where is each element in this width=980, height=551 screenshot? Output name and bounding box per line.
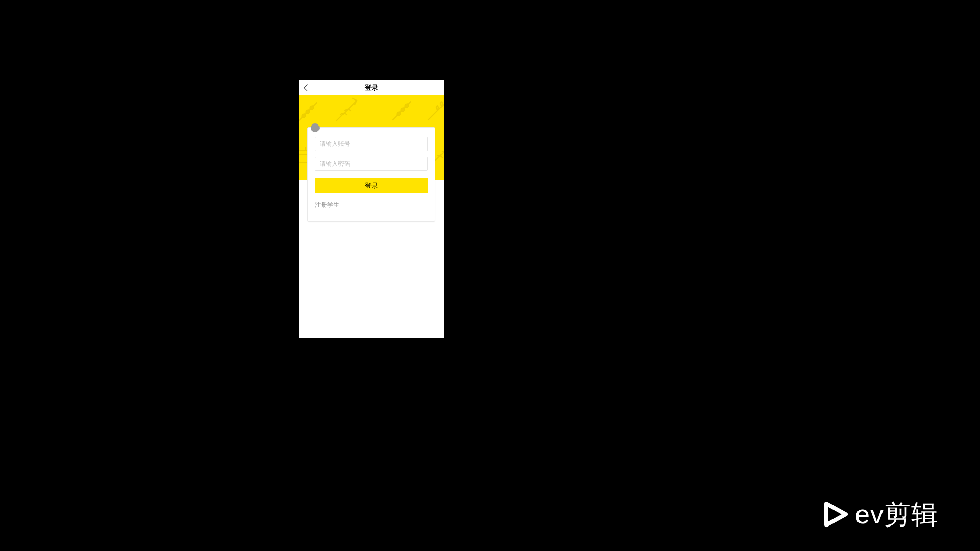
watermark-text: ev剪辑 bbox=[855, 501, 938, 528]
phone-frame: 登录 登录 注册学生 bbox=[299, 80, 444, 338]
doodle-icon bbox=[389, 98, 414, 123]
username-input[interactable] bbox=[315, 137, 428, 151]
doodle-icon bbox=[299, 99, 320, 124]
doodle-icon bbox=[333, 97, 360, 124]
watermark-cn: 剪辑 bbox=[884, 501, 938, 528]
back-icon[interactable] bbox=[304, 84, 311, 91]
password-input[interactable] bbox=[315, 157, 428, 171]
register-link[interactable]: 注册学生 bbox=[315, 201, 428, 209]
nav-title: 登录 bbox=[365, 83, 378, 92]
touch-indicator-icon bbox=[311, 123, 320, 132]
watermark: ev剪辑 bbox=[821, 500, 938, 528]
login-card: 登录 注册学生 bbox=[307, 127, 435, 222]
doodle-icon bbox=[425, 96, 444, 123]
watermark-latin: ev bbox=[855, 501, 884, 528]
login-button[interactable]: 登录 bbox=[315, 178, 428, 193]
nav-bar: 登录 bbox=[299, 80, 444, 95]
play-icon bbox=[821, 500, 849, 528]
